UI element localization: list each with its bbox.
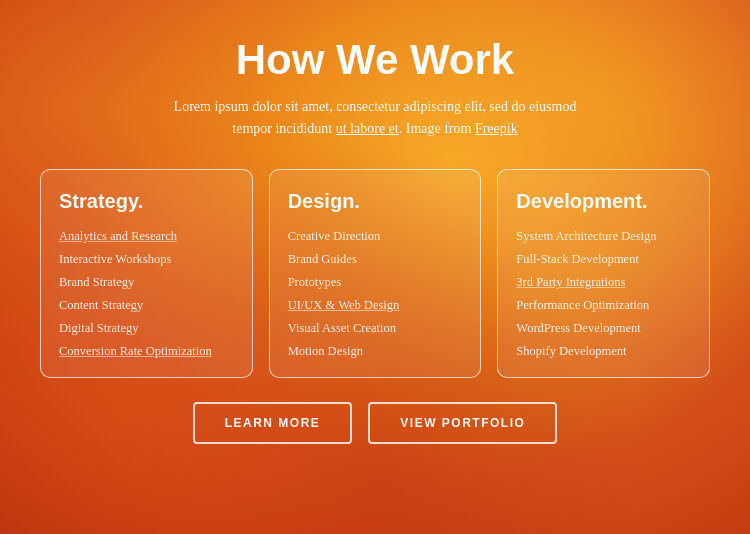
list-item: WordPress Development bbox=[516, 321, 691, 336]
card-design-title: Design. bbox=[288, 190, 463, 213]
card-development-list: System Architecture Design Full-Stack De… bbox=[516, 229, 691, 359]
list-item: Prototypes bbox=[288, 275, 463, 290]
list-item[interactable]: Analytics and Research bbox=[59, 229, 234, 244]
page-background: How We Work Lorem ipsum dolor sit amet, … bbox=[0, 0, 750, 534]
card-strategy: Strategy. Analytics and Research Interac… bbox=[40, 169, 253, 378]
list-item: Full-Stack Development bbox=[516, 252, 691, 267]
buttons-row: LEARN MORE VIEW PORTFOLIO bbox=[193, 402, 558, 444]
cards-row: Strategy. Analytics and Research Interac… bbox=[40, 169, 710, 378]
page-title: How We Work bbox=[236, 36, 514, 84]
card-development-title: Development. bbox=[516, 190, 691, 213]
list-item: Shopify Development bbox=[516, 344, 691, 359]
list-item: Visual Asset Creation bbox=[288, 321, 463, 336]
list-item: Brand Strategy bbox=[59, 275, 234, 290]
list-item: Creative Direction bbox=[288, 229, 463, 244]
list-item: Interactive Workshops bbox=[59, 252, 234, 267]
page-subtitle: Lorem ipsum dolor sit amet, consectetur … bbox=[174, 96, 577, 141]
subtitle-link-labore[interactable]: ut labore et bbox=[336, 121, 399, 136]
list-item: Brand Guides bbox=[288, 252, 463, 267]
card-strategy-title: Strategy. bbox=[59, 190, 234, 213]
card-development: Development. System Architecture Design … bbox=[497, 169, 710, 378]
list-item[interactable]: UI/UX & Web Design bbox=[288, 298, 463, 313]
list-item: Performance Optimization bbox=[516, 298, 691, 313]
list-item: Digital Strategy bbox=[59, 321, 234, 336]
card-strategy-list: Analytics and Research Interactive Works… bbox=[59, 229, 234, 359]
learn-more-button[interactable]: LEARN MORE bbox=[193, 402, 353, 444]
card-design-list: Creative Direction Brand Guides Prototyp… bbox=[288, 229, 463, 359]
list-item: Motion Design bbox=[288, 344, 463, 359]
view-portfolio-button[interactable]: VIEW PORTFOLIO bbox=[368, 402, 557, 444]
list-item[interactable]: Conversion Rate Optimization bbox=[59, 344, 234, 359]
card-design: Design. Creative Direction Brand Guides … bbox=[269, 169, 482, 378]
subtitle-link-freepik[interactable]: Freepik bbox=[475, 121, 518, 136]
list-item: System Architecture Design bbox=[516, 229, 691, 244]
list-item: Content Strategy bbox=[59, 298, 234, 313]
list-item[interactable]: 3rd Party Integrations bbox=[516, 275, 691, 290]
